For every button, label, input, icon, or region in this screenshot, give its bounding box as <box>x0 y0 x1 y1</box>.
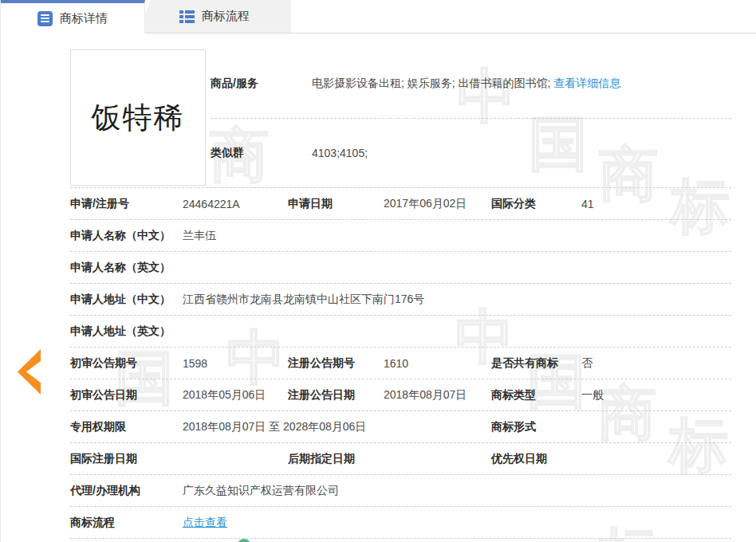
shared-trademark-value: 否 <box>581 356 731 371</box>
table-row: 专用权期限 2018年08月07日 至 2028年08月06日 商标形式 <box>70 411 731 443</box>
first-gazette-no-label: 初审公告期号 <box>70 356 183 371</box>
table-row: 申请人名称（英文） <box>70 252 731 284</box>
goods-services-block: 商品/服务 电影摄影设备出租; 娱乐服务; 出借书籍的图书馆; 查看详细信息 类… <box>211 49 731 187</box>
intl-class-value: 41 <box>581 198 731 210</box>
similar-group-row: 类似群 4103;4105; <box>211 118 731 187</box>
tm-type-label: 商标类型 <box>491 388 581 403</box>
table-row: 申请人地址（中文） 江西省赣州市龙南县龙南镇中山社区下南门176号 <box>70 284 731 316</box>
reg-gazette-no-label: 注册公告期号 <box>288 356 384 371</box>
agency-value: 广东久益知识产权运营有限公司 <box>183 484 731 498</box>
intl-reg-date-label: 国际注册日期 <box>70 452 183 466</box>
table-row: 申请人地址（英文） <box>70 316 731 348</box>
table-row: 申请/注册号 24464221A 申请日期 2017年06月02日 国际分类 4… <box>70 188 731 220</box>
detail-content: 饭特稀 商品/服务 电影摄影设备出租; 娱乐服务; 出借书籍的图书馆; 查看详细… <box>1 49 756 539</box>
table-row: 国际注册日期 后期指定日期 优先权日期 <box>70 443 731 475</box>
table-row: 商标流程 点击查看 <box>70 507 731 539</box>
agency-label: 代理/办理机构 <box>70 484 183 498</box>
tab-bar: 商标详情 商标流程 <box>1 0 756 33</box>
intl-class-label: 国际分类 <box>491 197 581 211</box>
similar-group-label: 类似群 <box>211 146 312 160</box>
later-designation-label: 后期指定日期 <box>288 452 384 466</box>
applicant-en-label: 申请人名称（英文） <box>70 261 183 275</box>
addr-en-label: 申请人地址（英文） <box>70 324 183 339</box>
app-date-value: 2017年06月02日 <box>384 197 491 211</box>
top-section: 饭特稀 商品/服务 电影摄影设备出租; 娱乐服务; 出借书籍的图书馆; 查看详细… <box>70 49 731 188</box>
table-row: 代理/办理机构 广东久益知识产权运营有限公司 <box>70 475 731 507</box>
reg-gazette-no-value: 1610 <box>384 357 491 370</box>
click-to-view-link[interactable]: 点击查看 <box>183 516 227 528</box>
reg-no-value: 24464221A <box>183 198 288 210</box>
reg-gazette-date-value: 2018年08月07日 <box>384 388 491 403</box>
shared-trademark-label: 是否共有商标 <box>491 356 581 371</box>
priority-date-label: 优先权日期 <box>491 452 581 466</box>
trademark-detail-page: 中 国 商 标 中 国 商 标 商 中 国 标 商标详情 商标流程 <box>0 0 756 542</box>
tm-form-label: 商标形式 <box>491 420 581 434</box>
list-icon <box>37 11 53 26</box>
table-row: 申请人名称（中文） 兰丰伍 <box>70 220 731 252</box>
similar-group-value: 4103;4105; <box>312 147 368 159</box>
app-date-label: 申请日期 <box>288 197 384 211</box>
tab-label: 商标详情 <box>60 11 108 26</box>
timeline-list-icon <box>179 10 195 23</box>
addr-cn-label: 申请人地址（中文） <box>70 293 183 307</box>
exclusive-period-label: 专用权期限 <box>70 420 183 434</box>
table-row: 初审公告日期 2018年05月06日 注册公告日期 2018年08月07日 商标… <box>70 379 731 411</box>
process-value: 点击查看 <box>183 516 731 530</box>
applicant-cn-value: 兰丰伍 <box>183 229 731 243</box>
trademark-image-text: 饭特稀 <box>92 98 185 138</box>
first-gazette-date-label: 初审公告日期 <box>70 388 183 403</box>
process-label: 商标流程 <box>70 516 183 530</box>
first-gazette-date-value: 2018年05月06日 <box>183 388 288 403</box>
goods-services-text: 电影摄影设备出租; 娱乐服务; 出借书籍的图书馆; <box>312 77 550 89</box>
view-details-link[interactable]: 查看详细信息 <box>553 77 620 89</box>
first-gazette-no-value: 1598 <box>183 357 288 370</box>
tab-trademark-details[interactable]: 商标详情 <box>1 0 145 33</box>
tab-label: 商标流程 <box>202 9 250 24</box>
reg-no-label: 申请/注册号 <box>70 197 183 211</box>
trademark-image: 饭特稀 <box>70 49 206 186</box>
applicant-cn-label: 申请人名称（中文） <box>70 229 183 243</box>
reg-gazette-date-label: 注册公告日期 <box>288 388 384 403</box>
goods-services-value: 电影摄影设备出租; 娱乐服务; 出借书籍的图书馆; 查看详细信息 <box>312 77 620 91</box>
tab-trademark-process[interactable]: 商标流程 <box>138 0 291 33</box>
tm-type-value: 一般 <box>581 388 731 403</box>
goods-services-row: 商品/服务 电影摄影设备出租; 娱乐服务; 出借书籍的图书馆; 查看详细信息 <box>211 49 731 118</box>
partial-share-icon <box>237 539 251 542</box>
addr-cn-value: 江西省赣州市龙南县龙南镇中山社区下南门176号 <box>183 293 731 307</box>
exclusive-period-value: 2018年08月07日 至 2028年08月06日 <box>183 420 491 434</box>
table-row: 初审公告期号 1598 注册公告期号 1610 是否共有商标 否 <box>70 348 731 379</box>
goods-services-label: 商品/服务 <box>211 77 312 91</box>
